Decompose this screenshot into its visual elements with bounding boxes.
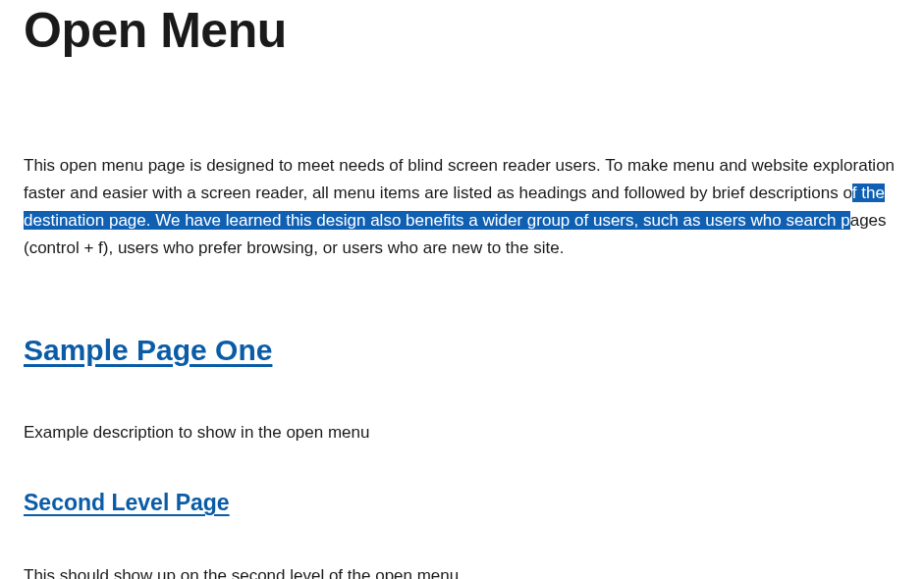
sample-page-one-link[interactable]: Sample Page One (24, 333, 900, 368)
intro-paragraph: This open menu page is designed to meet … (24, 152, 900, 262)
page-title: Open Menu (24, 4, 900, 58)
second-level-page-description: This should show up on the second level … (24, 566, 900, 579)
sample-page-one-description: Example description to show in the open … (24, 423, 900, 443)
intro-text-pre: This open menu page is designed to meet … (24, 156, 895, 202)
second-level-page-link[interactable]: Second Level Page (24, 490, 900, 517)
